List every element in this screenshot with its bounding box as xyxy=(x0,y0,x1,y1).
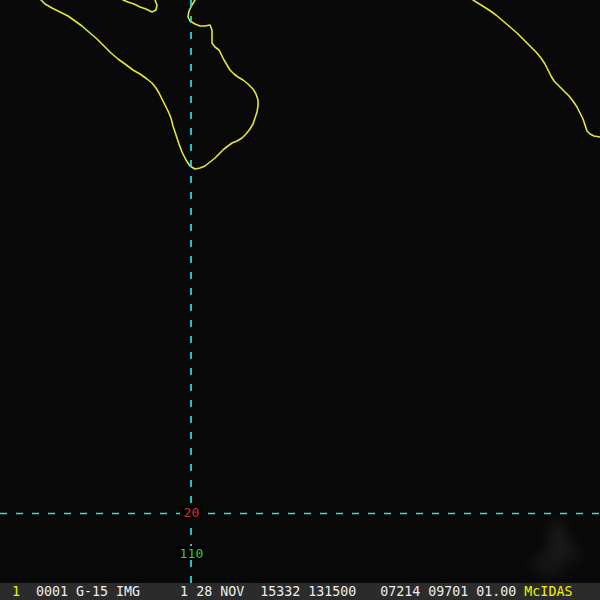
mcidas-brand-label: McIDAS xyxy=(524,584,572,599)
mcidas-display-window: 20 110 1 0001 G-15 IMG 1 28 NOV 15332 13… xyxy=(0,0,600,600)
cursor-x-label-group: 20 xyxy=(180,505,202,520)
cursor-x-label: 20 xyxy=(184,505,200,520)
sensor-noise-overlay xyxy=(0,0,600,583)
cursor-y-label-group: 110 xyxy=(176,546,205,561)
image-info-text: 0001 G-15 IMG 1 28 NOV 15332 131500 0721… xyxy=(20,584,524,599)
frame-number[interactable]: 1 xyxy=(12,584,20,599)
status-bar: 1 0001 G-15 IMG 1 28 NOV 15332 131500 07… xyxy=(0,583,600,600)
satellite-image-canvas[interactable]: 20 110 xyxy=(0,0,600,583)
cursor-y-label: 110 xyxy=(180,546,204,561)
